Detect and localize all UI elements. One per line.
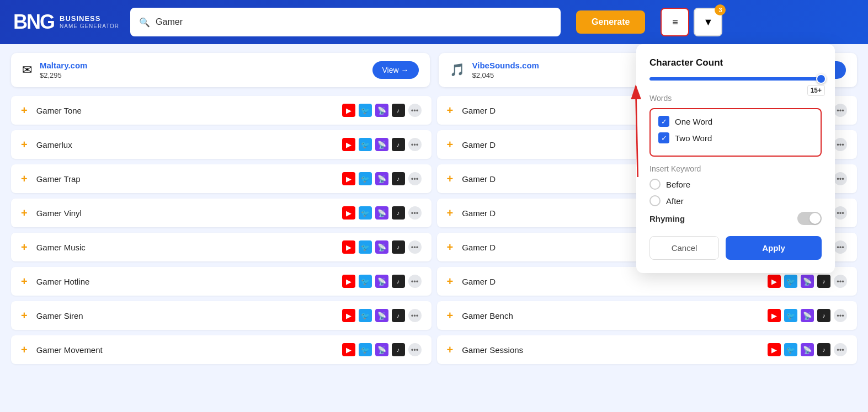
add-icon[interactable]: + <box>447 241 454 254</box>
add-icon[interactable]: + <box>447 138 454 151</box>
add-icon[interactable]: + <box>447 344 454 356</box>
youtube-icon[interactable]: ▶ <box>768 343 781 356</box>
search-input[interactable] <box>156 17 552 27</box>
twitter-icon[interactable]: 🐦 <box>359 309 372 322</box>
youtube-icon[interactable]: ▶ <box>342 309 355 322</box>
youtube-icon[interactable]: ▶ <box>342 206 355 220</box>
one-word-checkbox[interactable]: ✓ <box>658 116 669 127</box>
tiktok-icon[interactable]: ♪ <box>392 275 405 288</box>
twitch-icon[interactable]: 📡 <box>375 275 388 288</box>
add-icon[interactable]: + <box>21 241 28 254</box>
slider-thumb[interactable] <box>816 74 826 84</box>
more-icon[interactable]: ••• <box>408 343 422 356</box>
funnel-icon: ▼ <box>704 17 713 28</box>
youtube-icon[interactable]: ▶ <box>342 275 355 288</box>
youtube-icon[interactable]: ▶ <box>342 343 355 356</box>
tiktok-icon[interactable]: ♪ <box>817 275 830 288</box>
youtube-icon[interactable]: ▶ <box>342 240 355 254</box>
tiktok-icon[interactable]: ♪ <box>392 172 405 185</box>
settings-filter-button[interactable]: ≡ <box>661 8 689 36</box>
rhyming-toggle[interactable] <box>797 212 822 225</box>
add-icon[interactable]: + <box>447 275 454 288</box>
youtube-icon[interactable]: ▶ <box>342 104 355 117</box>
add-icon[interactable]: + <box>447 207 454 220</box>
twitter-icon[interactable]: 🐦 <box>359 275 372 288</box>
twitch-icon[interactable]: 📡 <box>375 138 388 151</box>
youtube-icon[interactable]: ▶ <box>342 138 355 151</box>
slider-track[interactable] <box>649 77 822 81</box>
twitter-icon[interactable]: 🐦 <box>359 206 372 220</box>
twitch-icon[interactable]: 📡 <box>375 343 388 356</box>
more-icon[interactable]: ••• <box>408 172 422 185</box>
twitter-icon[interactable]: 🐦 <box>784 309 797 322</box>
more-icon[interactable]: ••• <box>834 275 847 288</box>
after-radio-row: After <box>649 195 822 206</box>
more-icon[interactable]: ••• <box>408 206 422 220</box>
twitch-icon[interactable]: 📡 <box>375 309 388 322</box>
more-icon[interactable]: ••• <box>834 206 847 220</box>
more-icon[interactable]: ••• <box>834 138 847 151</box>
tiktok-icon[interactable]: ♪ <box>392 343 405 356</box>
more-icon[interactable]: ••• <box>408 275 422 288</box>
add-icon[interactable]: + <box>21 104 28 117</box>
after-radio[interactable] <box>649 195 661 206</box>
mailary-info: Maltary.com $2,295 <box>40 61 365 79</box>
cancel-button[interactable]: Cancel <box>649 236 719 260</box>
more-icon[interactable]: ••• <box>408 240 422 254</box>
tiktok-icon[interactable]: ♪ <box>392 309 405 322</box>
search-bar: 🔍 <box>130 8 561 36</box>
add-icon[interactable]: + <box>447 104 454 117</box>
twitter-icon[interactable]: 🐦 <box>359 104 372 117</box>
twitter-icon[interactable]: 🐦 <box>359 138 372 151</box>
twitch-icon[interactable]: 📡 <box>801 343 814 356</box>
add-icon[interactable]: + <box>21 173 28 185</box>
apply-button[interactable]: Apply <box>726 236 822 260</box>
generate-button[interactable]: Generate <box>576 10 645 34</box>
add-icon[interactable]: + <box>21 138 28 151</box>
two-word-label: Two Word <box>675 133 712 143</box>
before-radio[interactable] <box>649 179 661 190</box>
two-word-checkbox[interactable]: ✓ <box>658 132 669 143</box>
more-icon[interactable]: ••• <box>834 104 847 117</box>
youtube-icon[interactable]: ▶ <box>768 275 781 288</box>
twitter-icon[interactable]: 🐦 <box>784 343 797 356</box>
funnel-filter-button[interactable]: ▼ 3 <box>694 8 722 36</box>
youtube-icon[interactable]: ▶ <box>342 172 355 185</box>
twitch-icon[interactable]: 📡 <box>801 309 814 322</box>
tiktok-icon[interactable]: ♪ <box>392 138 405 151</box>
twitter-icon[interactable]: 🐦 <box>784 275 797 288</box>
twitch-icon[interactable]: 📡 <box>375 206 388 220</box>
add-icon[interactable]: + <box>447 173 454 185</box>
more-icon[interactable]: ••• <box>834 343 847 356</box>
add-icon[interactable]: + <box>21 275 28 288</box>
tiktok-icon[interactable]: ♪ <box>392 104 405 117</box>
tiktok-icon[interactable]: ♪ <box>817 343 830 356</box>
more-icon[interactable]: ••• <box>408 104 422 117</box>
twitter-icon[interactable]: 🐦 <box>359 240 372 254</box>
tiktok-icon[interactable]: ♪ <box>817 309 830 322</box>
filter-panel: Character Count 15+ Words ✓ One Word ✓ T… <box>636 44 835 273</box>
more-icon[interactable]: ••• <box>834 240 847 254</box>
more-icon[interactable]: ••• <box>408 309 422 322</box>
add-icon[interactable]: + <box>447 309 454 322</box>
tiktok-icon[interactable]: ♪ <box>392 206 405 220</box>
twitch-icon[interactable]: 📡 <box>375 172 388 185</box>
twitter-icon[interactable]: 🐦 <box>359 172 372 185</box>
more-icon[interactable]: ••• <box>834 172 847 185</box>
mailary-view-button[interactable]: View → <box>372 61 419 79</box>
name-label: Gamerlux <box>36 140 336 149</box>
youtube-icon[interactable]: ▶ <box>768 309 781 322</box>
header: BNG BUSINESS NAME GENERATOR 🔍 Generate ≡… <box>0 0 868 44</box>
tiktok-icon[interactable]: ♪ <box>392 240 405 254</box>
add-icon[interactable]: + <box>21 207 28 220</box>
list-item: + Gamer Movement ▶ 🐦 📡 ♪ ••• <box>11 335 432 364</box>
add-icon[interactable]: + <box>21 344 28 356</box>
more-icon[interactable]: ••• <box>834 309 847 322</box>
twitch-icon[interactable]: 📡 <box>801 275 814 288</box>
twitch-icon[interactable]: 📡 <box>375 240 388 254</box>
add-icon[interactable]: + <box>21 309 28 322</box>
logo-text: BUSINESS NAME GENERATOR <box>60 15 119 29</box>
twitch-icon[interactable]: 📡 <box>375 104 388 117</box>
twitter-icon[interactable]: 🐦 <box>359 343 372 356</box>
more-icon[interactable]: ••• <box>408 138 422 151</box>
